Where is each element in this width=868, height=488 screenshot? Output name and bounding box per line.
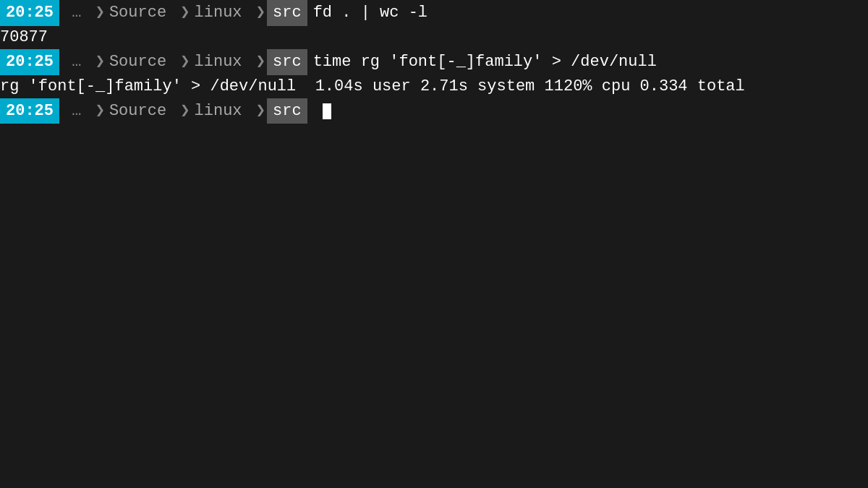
prompt-1: 20:25 … ❯ Source ❯ linux ❯ src [0, 0, 307, 26]
time-badge-1: 20:25 [0, 0, 59, 26]
path-src-3: src [267, 98, 307, 124]
terminal-output-2: rg 'font[-_]family' > /dev/null 1.04s us… [0, 75, 868, 98]
path-source-1: Source [106, 1, 169, 25]
chevron-1b: ❯ [169, 1, 191, 25]
path-source-2: Source [106, 51, 169, 74]
prompt-3: 20:25 … ❯ Source ❯ linux ❯ src [0, 98, 307, 124]
chevron-1a: ❯ [94, 1, 106, 25]
output-text-1: 70877 [0, 26, 48, 49]
path-linux-3: linux [192, 100, 245, 123]
terminal-line-3: 20:25 … ❯ Source ❯ linux ❯ src [0, 98, 868, 124]
path-linux-1: linux [192, 1, 245, 25]
path-src-1: src [267, 0, 307, 26]
command-1: fd . | wc -l [307, 1, 427, 25]
path-source-3: Source [106, 100, 169, 123]
path-linux-2: linux [192, 51, 245, 74]
time-badge-3: 20:25 [0, 98, 59, 124]
chevron-2b: ❯ [169, 51, 191, 74]
chevron-2c: ❯ [245, 51, 267, 74]
command-3 [307, 100, 323, 123]
prompt-2: 20:25 … ❯ Source ❯ linux ❯ src [0, 49, 307, 75]
chevron-3a: ❯ [94, 100, 106, 123]
chevron-3b: ❯ [169, 100, 191, 123]
chevron-2a: ❯ [94, 51, 106, 74]
ellipsis-1: … [59, 1, 94, 25]
ellipsis-2: … [59, 51, 94, 74]
ellipsis-3: … [59, 100, 94, 123]
time-badge-2: 20:25 [0, 49, 59, 75]
cursor [323, 103, 331, 119]
terminal-line-2: 20:25 … ❯ Source ❯ linux ❯ src time rg '… [0, 49, 868, 75]
terminal-output-1: 70877 [0, 26, 868, 49]
chevron-3c: ❯ [245, 100, 267, 123]
terminal-line-1: 20:25 … ❯ Source ❯ linux ❯ src fd . | wc… [0, 0, 868, 26]
chevron-1c: ❯ [245, 1, 267, 25]
terminal[interactable]: 20:25 … ❯ Source ❯ linux ❯ src fd . | wc… [0, 0, 868, 488]
path-src-2: src [267, 49, 307, 75]
output-text-2: rg 'font[-_]family' > /dev/null 1.04s us… [0, 75, 745, 98]
command-2: time rg 'font[-_]family' > /dev/null [307, 51, 657, 74]
